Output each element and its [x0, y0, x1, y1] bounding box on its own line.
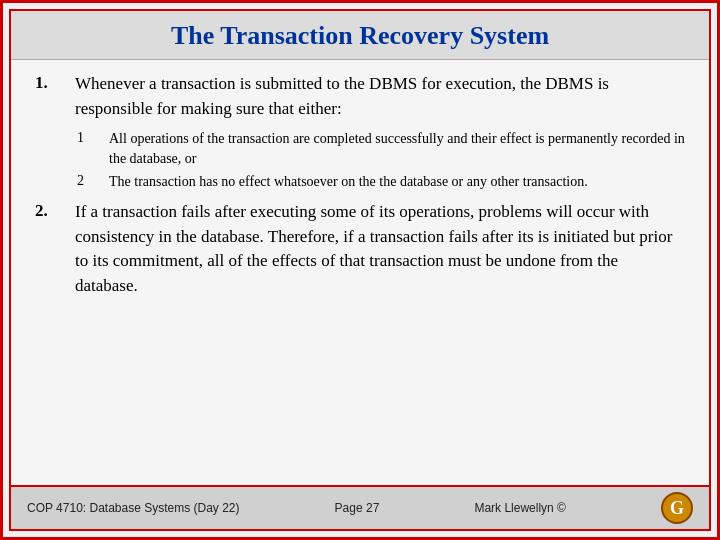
main-item-1: 1. Whenever a transaction is submitted t… [35, 72, 685, 121]
title-bar: The Transaction Recovery System [11, 11, 709, 60]
sub-items-1: 1 All operations of the transaction are … [77, 129, 685, 192]
main-number-1: 1. [35, 72, 63, 93]
sub-item-1-1: 1 All operations of the transaction are … [77, 129, 685, 168]
content-area: 1. Whenever a transaction is submitted t… [11, 60, 709, 485]
footer-center: Page 27 [335, 501, 380, 515]
footer-logo: G [661, 492, 693, 524]
sub-text-1-2: The transaction has no effect whatsoever… [109, 172, 685, 192]
main-number-2: 2. [35, 200, 63, 221]
sub-number-1-1: 1 [77, 129, 97, 146]
slide-title: The Transaction Recovery System [31, 21, 689, 51]
main-text-1: Whenever a transaction is submitted to t… [75, 72, 685, 121]
sub-number-1-2: 2 [77, 172, 97, 189]
sub-item-1-2: 2 The transaction has no effect whatsoev… [77, 172, 685, 192]
footer-right: Mark Llewellyn © [474, 501, 566, 515]
sub-text-1-1: All operations of the transaction are co… [109, 129, 685, 168]
slide-inner: The Transaction Recovery System 1. Whene… [9, 9, 711, 531]
main-item-2: 2. If a transaction fails after executin… [35, 200, 685, 299]
footer-left: COP 4710: Database Systems (Day 22) [27, 501, 240, 515]
slide-container: The Transaction Recovery System 1. Whene… [0, 0, 720, 540]
footer: COP 4710: Database Systems (Day 22) Page… [11, 485, 709, 529]
main-text-2: If a transaction fails after executing s… [75, 200, 685, 299]
